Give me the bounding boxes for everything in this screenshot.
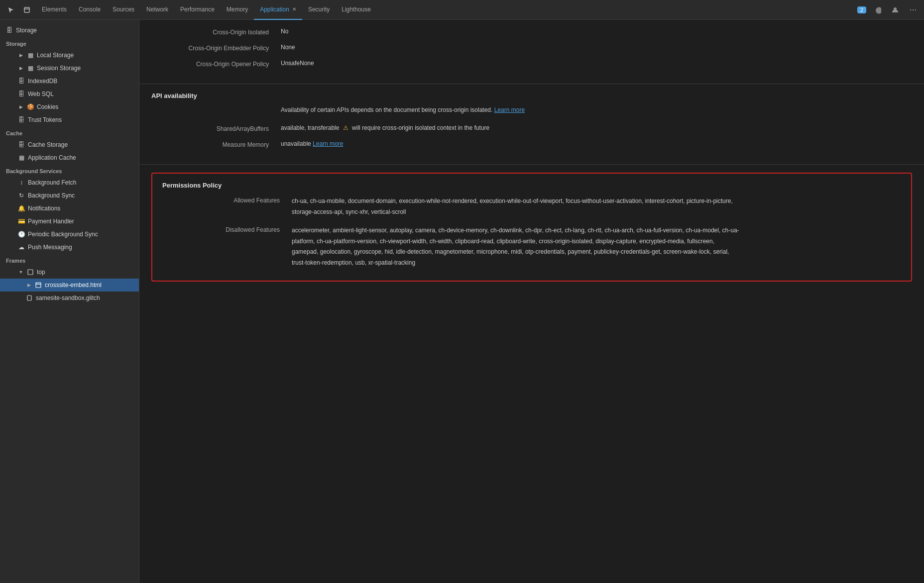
tab-sources[interactable]: Sources <box>107 0 140 20</box>
sidebar-item-bg-fetch[interactable]: ↕ Background Fetch <box>0 176 139 189</box>
sidebar-item-samesite[interactable]: samesite-sandbox.glitch <box>0 292 139 304</box>
sidebar-item-payment-handler[interactable]: 💳 Payment Handler <box>0 215 139 228</box>
tab-network[interactable]: Network <box>140 0 174 20</box>
info-section-top: Cross-Origin Isolated No Cross-Origin Em… <box>139 20 924 84</box>
sidebar: 🗄 Storage Storage ▶ ▦ Local Storage ▶ ▦ … <box>0 20 139 583</box>
sidebar-item-cache-storage[interactable]: 🗄 Cache Storage <box>0 138 139 151</box>
cylinder-icon: 🗄 <box>18 141 25 148</box>
tab-bar: Elements Console Sources Network Perform… <box>0 0 924 20</box>
cylinder-icon: 🗄 <box>6 27 13 34</box>
warning-icon: ⚠ <box>343 124 348 131</box>
label-disallowed-features: Disallowed Features <box>162 225 292 233</box>
sidebar-item-trust-tokens[interactable]: 🗄 Trust Tokens <box>0 113 139 126</box>
sidebar-label-cache: Cache <box>0 126 139 138</box>
notification-badge: 2 <box>857 6 866 13</box>
value-shared-array: available, transferable ⚠ will require c… <box>281 124 489 131</box>
dock-icon[interactable] <box>20 3 34 17</box>
sidebar-item-crosssite[interactable]: ▶ crosssite-embed.html <box>0 279 139 292</box>
main-area: 🗄 Storage Storage ▶ ▦ Local Storage ▶ ▦ … <box>0 20 924 583</box>
value-measure-memory: unavailable Learn more <box>281 140 343 147</box>
svg-rect-7 <box>27 295 31 300</box>
tab-security[interactable]: Security <box>302 0 336 20</box>
svg-point-2 <box>877 9 878 10</box>
sidebar-label-frames: Frames <box>0 254 139 266</box>
cloud-icon: ☁ <box>18 244 25 251</box>
label-cross-origin-isolated: Cross-Origin Isolated <box>151 28 281 36</box>
frame-icon <box>27 269 34 276</box>
grid-icon: ▦ <box>27 52 34 59</box>
row-cross-origin-isolated: Cross-Origin Isolated No <box>151 28 912 40</box>
value-cross-origin-isolated: No <box>281 28 288 35</box>
grid-icon: ▦ <box>18 154 25 161</box>
tabs-list: Elements Console Sources Network Perform… <box>36 0 857 20</box>
sidebar-item-push-messaging[interactable]: ☁ Push Messaging <box>0 241 139 254</box>
grid-icon: ▦ <box>27 65 34 72</box>
sidebar-label-bg: Background Services <box>0 164 139 176</box>
card-icon: 💳 <box>18 218 25 225</box>
value-embedder-policy: None <box>281 44 295 51</box>
settings-icon[interactable] <box>870 3 884 17</box>
tab-bar-right: 2 ⋯ <box>857 3 920 17</box>
row-embedder-policy: Cross-Origin Embedder Policy None <box>151 44 912 56</box>
arrows-icon: ↕ <box>18 179 25 186</box>
expand-icon: ▶ <box>18 104 24 110</box>
bell-icon: 🔔 <box>18 205 25 212</box>
sync-icon: ↻ <box>18 192 25 199</box>
content-pane: Cross-Origin Isolated No Cross-Origin Em… <box>139 20 924 583</box>
tab-close-icon[interactable]: ✕ <box>292 6 296 12</box>
sidebar-item-web-sql[interactable]: 🗄 Web SQL <box>0 88 139 100</box>
disallowed-features-row: Disallowed Features accelerometer, ambie… <box>162 225 901 268</box>
label-opener-policy: Cross-Origin Opener Policy <box>151 60 281 68</box>
cylinder-icon: 🗄 <box>18 116 25 123</box>
measure-memory-row: Measure Memory unavailable Learn more <box>151 140 912 152</box>
label-embedder-policy: Cross-Origin Embedder Policy <box>151 44 281 52</box>
api-title: API availability <box>151 92 912 99</box>
tab-console[interactable]: Console <box>73 0 107 20</box>
profile-icon[interactable] <box>888 3 902 17</box>
sidebar-item-cookies[interactable]: ▶ 🍪 Cookies <box>0 100 139 113</box>
learn-more-link-2[interactable]: Learn more <box>313 140 343 147</box>
sidebar-label-storage: Storage <box>0 37 139 49</box>
cursor-icon[interactable] <box>4 3 18 17</box>
sidebar-item-application-cache[interactable]: ▦ Application Cache <box>0 151 139 164</box>
clock-icon: 🕐 <box>18 231 25 238</box>
expand-icon: ▶ <box>18 52 24 58</box>
cylinder-icon: 🗄 <box>18 91 25 97</box>
tab-elements[interactable]: Elements <box>36 0 73 20</box>
api-section: API availability Availability of certain… <box>139 84 924 165</box>
value-disallowed-features: accelerometer, ambient-light-sensor, aut… <box>292 225 740 268</box>
allowed-features-row: Allowed Features ch-ua, ch-ua-mobile, do… <box>162 196 901 217</box>
tab-application[interactable]: Application ✕ <box>254 0 302 20</box>
permissions-title: Permissions Policy <box>162 182 901 189</box>
tab-lighthouse[interactable]: Lighthouse <box>336 0 377 20</box>
sidebar-item-session-storage[interactable]: ▶ ▦ Session Storage <box>0 62 139 75</box>
permissions-policy-section: Permissions Policy Allowed Features ch-u… <box>151 173 912 282</box>
sidebar-item-local-storage[interactable]: ▶ ▦ Local Storage <box>0 49 139 62</box>
sidebar-item-notifications[interactable]: 🔔 Notifications <box>0 202 139 215</box>
expand-icon: ▶ <box>18 65 24 71</box>
tab-performance[interactable]: Performance <box>174 0 221 20</box>
sidebar-item-periodic-sync[interactable]: 🕐 Periodic Background Sync <box>0 228 139 241</box>
tab-memory[interactable]: Memory <box>221 0 254 20</box>
sidebar-item-bg-sync[interactable]: ↻ Background Sync <box>0 189 139 202</box>
sidebar-item-frame-top[interactable]: ▼ top <box>0 266 139 279</box>
svg-rect-5 <box>36 283 41 288</box>
label-shared-array: SharedArrayBuffers <box>151 124 281 132</box>
label-measure-memory: Measure Memory <box>151 140 281 148</box>
row-opener-policy: Cross-Origin Opener Policy UnsafeNone <box>151 60 912 72</box>
learn-more-link-1[interactable]: Learn more <box>494 106 525 113</box>
value-opener-policy: UnsafeNone <box>281 60 314 67</box>
page-icon <box>26 294 33 301</box>
sidebar-item-indexeddb[interactable]: 🗄 IndexedDB <box>0 75 139 88</box>
cookie-icon: 🍪 <box>27 103 34 110</box>
api-description-row: Availability of certain APIs depends on … <box>151 106 912 118</box>
tab-bar-controls <box>4 3 34 17</box>
sidebar-item-storage-root[interactable]: 🗄 Storage <box>0 24 139 37</box>
api-description-text: Availability of certain APIs depends on … <box>281 106 525 113</box>
svg-rect-0 <box>24 7 29 12</box>
more-icon[interactable]: ⋯ <box>906 3 920 17</box>
expand-down-icon: ▼ <box>18 269 24 275</box>
cylinder-icon: 🗄 <box>18 78 25 85</box>
value-allowed-features: ch-ua, ch-ua-mobile, document-domain, ex… <box>292 196 740 217</box>
expand-icon: ▶ <box>26 282 32 288</box>
